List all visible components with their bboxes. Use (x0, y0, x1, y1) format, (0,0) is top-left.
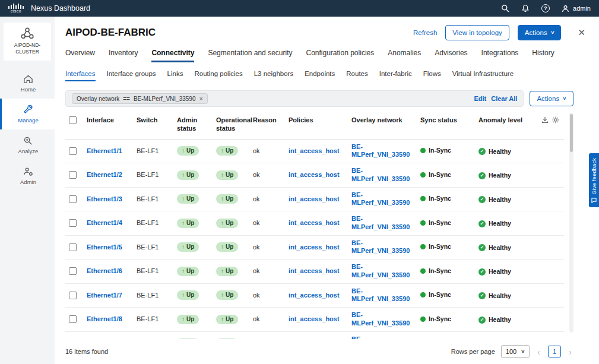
col-admin-status[interactable]: Admin status (173, 113, 213, 139)
filter-chip-remove-icon[interactable]: × (199, 95, 202, 102)
vertical-scrollbar[interactable] (569, 113, 573, 333)
give-feedback-button[interactable]: Give feedback (589, 153, 599, 207)
previous-page-icon[interactable]: ‹ (535, 347, 542, 357)
row-checkbox[interactable] (69, 267, 77, 275)
sidebar-item-manage[interactable]: Manage (0, 99, 55, 129)
interface-link[interactable]: Ethernet1/6 (87, 267, 122, 275)
policy-link[interactable]: int_access_host (289, 292, 340, 299)
vertical-scrollbar-thumb[interactable] (570, 114, 573, 152)
table-row[interactable]: Ethernet1/1 BE-LF1 ↑Up ↑Up ok int_access… (65, 139, 564, 163)
close-icon[interactable]: ✕ (578, 27, 585, 38)
search-icon[interactable] (501, 4, 509, 12)
interface-link[interactable]: Ethernet1/2 (87, 171, 122, 179)
overlay-network-link[interactable]: BE-MLPerf_VNI_33590 (351, 263, 413, 280)
col-reason[interactable]: Reason (249, 113, 285, 139)
view-in-topology-button[interactable]: View in topology (445, 25, 509, 40)
table-row[interactable]: Ethernet1/8 BE-LF1 ↑Up ↑Up ok int_access… (65, 308, 564, 332)
table-actions-button[interactable]: Actions∨ (530, 91, 573, 106)
filter-chip[interactable]: Overlay network == BE-MLPerf_VNI_33590 × (72, 93, 208, 104)
subtab-routes[interactable]: Routes (346, 70, 367, 81)
subtab-interfaces[interactable]: Interfaces (65, 70, 96, 81)
filter-edit-link[interactable]: Edit (474, 95, 486, 102)
overlay-network-link[interactable]: BE-MLPerf_VNI_33590 (351, 167, 413, 183)
tab-history[interactable]: History (532, 49, 554, 62)
interface-link[interactable]: Ethernet1/4 (87, 219, 122, 227)
filter-bar[interactable]: Overlay network == BE-MLPerf_VNI_33590 ×… (65, 90, 524, 107)
table-row[interactable]: Ethernet1/7 BE-LF1 ↑Up ↑Up ok int_access… (65, 283, 564, 308)
subtab-virtual-infrastructure[interactable]: Virtual Infrastructure (452, 70, 514, 81)
row-checkbox[interactable] (69, 219, 77, 227)
row-checkbox[interactable] (69, 243, 77, 251)
export-icon[interactable] (541, 116, 549, 124)
table-row[interactable]: Ethernet1/4 BE-LF1 ↑Up ↑Up ok int_access… (65, 211, 564, 236)
subtab-interface-groups[interactable]: Interface groups (107, 70, 156, 81)
give-feedback-label: Give feedback (591, 158, 597, 194)
current-page-button[interactable]: 1 (548, 346, 561, 357)
subtab-inter-fabric[interactable]: Inter-fabric (379, 70, 412, 81)
row-checkbox[interactable] (69, 292, 77, 299)
overlay-network-link[interactable]: BE-MLPerf_VNI_33590 (351, 287, 413, 304)
tab-segmentation-and-security[interactable]: Segmentation and security (208, 49, 292, 62)
tab-advisories[interactable]: Advisories (435, 49, 467, 62)
sidebar-cluster[interactable]: AIPOD-ND-CLUSTER (4, 23, 51, 61)
subtab-endpoints[interactable]: Endpoints (305, 70, 335, 81)
row-checkbox[interactable] (69, 171, 77, 179)
filter-clear-all-link[interactable]: Clear All (491, 95, 517, 102)
interface-link[interactable]: Ethernet1/1 (87, 147, 122, 155)
table-row[interactable]: Ethernet1/6 BE-LF1 ↑Up ↑Up ok int_access… (65, 259, 564, 284)
interface-link[interactable]: Ethernet1/5 (87, 243, 122, 251)
col-anomaly-level[interactable]: Anomaly level (475, 113, 538, 139)
col-interface[interactable]: Interface (83, 113, 133, 139)
table-row[interactable]: Ethernet1/2 BE-LF1 ↑Up ↑Up ok int_access… (65, 163, 564, 188)
tab-integrations[interactable]: Integrations (481, 49, 519, 62)
tab-anomalies[interactable]: Anomalies (388, 49, 421, 62)
refresh-link[interactable]: Refresh (413, 29, 437, 36)
interface-link[interactable]: Ethernet1/3 (87, 195, 122, 203)
row-checkbox[interactable] (69, 315, 77, 323)
interface-link[interactable]: Ethernet1/7 (87, 292, 122, 299)
row-checkbox[interactable] (69, 147, 77, 155)
user-menu[interactable]: admin (562, 5, 591, 12)
up-arrow-icon: ↑ (221, 220, 224, 227)
next-page-icon[interactable]: › (567, 347, 573, 357)
tab-connectivity[interactable]: Connectivity (151, 49, 194, 62)
notifications-bell-icon[interactable] (521, 4, 530, 12)
subtab-flows[interactable]: Flows (423, 70, 441, 81)
col-sync-status[interactable]: Sync status (417, 113, 475, 139)
actions-button[interactable]: Actions∨ (518, 25, 562, 40)
overlay-network-link[interactable]: BE-MLPerf_VNI_33590 (351, 239, 413, 256)
policy-link[interactable]: int_access_host (289, 195, 340, 203)
user-name: admin (573, 5, 591, 12)
col-policies[interactable]: Policies (285, 113, 348, 139)
column-settings-gear-icon[interactable] (552, 116, 559, 124)
subtab-links[interactable]: Links (167, 70, 183, 81)
tab-inventory[interactable]: Inventory (109, 49, 138, 62)
table-row[interactable]: Ethernet1/3 BE-LF1 ↑Up ↑Up ok int_access… (65, 187, 564, 211)
rows-per-page-select[interactable]: 100 ∨ (501, 345, 530, 358)
policy-link[interactable]: int_access_host (289, 147, 340, 155)
overlay-network-link[interactable]: BE-MLPerf_VNI_33590 (351, 215, 413, 232)
sidebar-item-admin[interactable]: Admin (0, 160, 55, 191)
col-overlay-network[interactable]: Overlay network (348, 113, 417, 139)
policy-link[interactable]: int_access_host (289, 219, 340, 227)
overlay-network-link[interactable]: BE-MLPerf_VNI_33590 (351, 191, 413, 208)
select-all-checkbox[interactable] (69, 116, 77, 124)
overlay-network-link[interactable]: BE-MLPerf_VNI_33590 (351, 311, 413, 328)
sidebar-item-analyze[interactable]: Analyze (0, 129, 55, 160)
help-icon[interactable]: ? (541, 4, 550, 12)
row-checkbox[interactable] (69, 195, 77, 203)
subtab-routing-policies[interactable]: Routing policies (194, 70, 242, 81)
col-switch[interactable]: Switch (133, 113, 173, 139)
col-operational-status[interactable]: Operational status (213, 113, 249, 139)
tab-overview[interactable]: Overview (65, 49, 95, 62)
interface-link[interactable]: Ethernet1/8 (87, 315, 122, 323)
policy-link[interactable]: int_access_host (289, 243, 340, 251)
overlay-network-link[interactable]: BE-MLPerf_VNI_33590 (351, 143, 413, 160)
subtab-l3-neighbors[interactable]: L3 neighbors (254, 70, 294, 81)
policy-link[interactable]: int_access_host (289, 315, 340, 323)
table-row[interactable]: Ethernet1/5 BE-LF1 ↑Up ↑Up ok int_access… (65, 235, 564, 259)
tab-configuration-policies[interactable]: Configuration policies (306, 49, 374, 62)
sidebar-item-home[interactable]: Home (0, 68, 55, 99)
policy-link[interactable]: int_access_host (289, 267, 340, 275)
policy-link[interactable]: int_access_host (289, 171, 340, 179)
